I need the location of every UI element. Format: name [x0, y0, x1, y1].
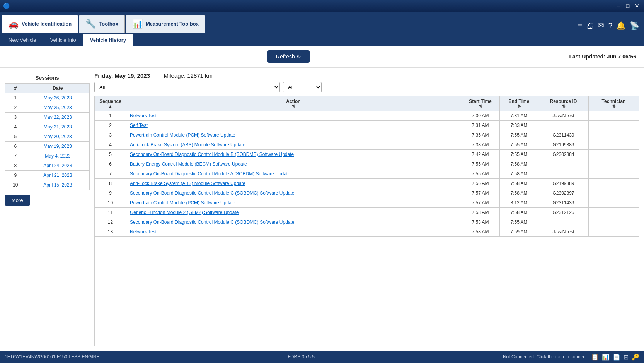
history-row: 2 Self Test 7:31 AM 7:33 AM [95, 121, 639, 130]
session-row[interactable]: 9April 21, 2023 [5, 171, 90, 180]
status-icon-3[interactable]: 📄 [613, 353, 620, 361]
history-table-container[interactable]: Sequence▲ Action⇅ Start Time⇅ End Time⇅ … [94, 96, 639, 346]
history-mileage: Mileage: 12871 km [164, 72, 213, 79]
history-start-time: 7:57 AM [461, 198, 500, 208]
title-bar-controls: ─ □ ✕ [615, 2, 641, 10]
session-row[interactable]: 10April 15, 2023 [5, 180, 90, 190]
session-date[interactable]: May 26, 2023 [26, 93, 89, 103]
session-date[interactable]: May 20, 2023 [26, 132, 89, 142]
history-start-time: 7:42 AM [461, 150, 500, 159]
history-technician [589, 159, 639, 169]
title-bar: 🔵 ─ □ ✕ [0, 0, 644, 12]
refresh-button[interactable]: Refresh ↻ [267, 50, 310, 63]
history-seq: 2 [95, 121, 126, 130]
history-row: 8 Anti-Lock Brake System (ABS) Module So… [95, 179, 639, 188]
history-row: 3 Powertrain Control Module (PCM) Softwa… [95, 130, 639, 140]
session-row[interactable]: 6May 19, 2023 [5, 142, 90, 151]
history-resource-id [538, 169, 589, 179]
session-num: 4 [5, 122, 26, 132]
session-row[interactable]: 8April 24, 2023 [5, 161, 90, 171]
tab-vehicle-identification[interactable]: 🚗 Vehicle Identification [2, 15, 78, 33]
more-button[interactable]: More [5, 195, 30, 206]
tab-measurement-toolbox[interactable]: 📊 Measurement Toolbox [126, 15, 205, 33]
history-end-time: 7:55 AM [500, 217, 538, 227]
menu-icon[interactable]: ≡ [578, 21, 582, 30]
help-icon[interactable]: ? [608, 21, 612, 30]
sub-tab-new-vehicle[interactable]: New Vehicle [2, 34, 43, 46]
session-num: 5 [5, 132, 26, 142]
app-tabs-left: 🚗 Vehicle Identification 🔧 Toolbox 📊 Mea… [2, 15, 205, 33]
session-row[interactable]: 4May 21, 2023 [5, 122, 90, 132]
session-num: 2 [5, 103, 26, 113]
close-button[interactable]: ✕ [633, 2, 641, 10]
history-separator: | [156, 73, 157, 79]
status-icon-5[interactable]: 🔑 [632, 353, 639, 361]
status-right: Not Connected: Click the icon to connect… [503, 353, 639, 361]
history-start-time: 7:55 AM [461, 169, 500, 179]
session-row[interactable]: 3May 22, 2023 [5, 113, 90, 122]
app-tabs-right: ≡ 🖨 ✉ ? 🔔 📡 [578, 21, 642, 33]
session-row[interactable]: 2May 25, 2023 [5, 103, 90, 113]
history-action[interactable]: Secondary On-Board Diagnostic Control Mo… [126, 188, 461, 198]
history-action[interactable]: Network Test [126, 227, 461, 237]
history-row: 9 Secondary On-Board Diagnostic Control … [95, 188, 639, 198]
history-technician [589, 111, 639, 121]
history-seq: 10 [95, 198, 126, 208]
sessions-col-date: Date [26, 84, 89, 93]
history-action[interactable]: Powertrain Control Module (PCM) Software… [126, 198, 461, 208]
history-start-time: 7:58 AM [461, 227, 500, 237]
sub-tab-vehicle-info[interactable]: Vehicle Info [43, 34, 83, 46]
main-content: Refresh ↻ Last Updated: Jun 7 06:56 Sess… [0, 46, 644, 351]
session-date[interactable]: April 21, 2023 [26, 171, 89, 180]
minimize-button[interactable]: ─ [615, 2, 622, 10]
history-action[interactable]: Anti-Lock Brake System (ABS) Module Soft… [126, 140, 461, 150]
status-icon-2[interactable]: 📊 [602, 353, 610, 361]
filter-row: All All [94, 82, 639, 92]
history-resource-id: G2311439 [538, 198, 589, 208]
session-num: 7 [5, 151, 26, 161]
session-date[interactable]: May 21, 2023 [26, 122, 89, 132]
status-filter[interactable]: All [283, 82, 322, 92]
history-action[interactable]: Secondary On-Board Diagnostic Control Mo… [126, 150, 461, 159]
bell-icon[interactable]: 🔔 [616, 21, 626, 30]
signal-icon[interactable]: 📡 [630, 21, 639, 30]
history-start-time: 7:58 AM [461, 208, 500, 217]
maximize-button[interactable]: □ [624, 2, 632, 10]
print-icon[interactable]: 🖨 [586, 21, 594, 30]
mail-icon[interactable]: ✉ [598, 21, 604, 30]
history-technician [589, 140, 639, 150]
history-action[interactable]: Battery Energy Control Module (BECM) Sof… [126, 159, 461, 169]
session-row[interactable]: 5May 20, 2023 [5, 132, 90, 142]
session-date[interactable]: May 25, 2023 [26, 103, 89, 113]
session-date[interactable]: April 24, 2023 [26, 161, 89, 171]
history-resource-id: G2312126 [538, 208, 589, 217]
action-filter[interactable]: All [94, 82, 280, 92]
history-action[interactable]: Network Test [126, 111, 461, 121]
measurement-icon: 📊 [132, 19, 143, 29]
session-num: 3 [5, 113, 26, 122]
history-resource-id: G2199389 [538, 140, 589, 150]
session-num: 8 [5, 161, 26, 171]
history-action[interactable]: Powertrain Control Module (PCM) Software… [126, 130, 461, 140]
history-action[interactable]: Generic Function Module 2 (GFM2) Softwar… [126, 208, 461, 217]
history-action[interactable]: Anti-Lock Brake System (ABS) Module Soft… [126, 179, 461, 188]
history-resource-id: G2311439 [538, 130, 589, 140]
session-row[interactable]: 1May 26, 2023 [5, 93, 90, 103]
status-icon-4[interactable]: ⊟ [624, 353, 629, 361]
history-action[interactable]: Secondary On-Board Diagnostic Control Mo… [126, 217, 461, 227]
tab-toolbox[interactable]: 🔧 Toolbox [79, 15, 125, 33]
vehicle-id-icon: 🚗 [8, 19, 19, 29]
history-seq: 11 [95, 208, 126, 217]
history-technician [589, 208, 639, 217]
session-date[interactable]: May 19, 2023 [26, 142, 89, 151]
session-row[interactable]: 7May 4, 2023 [5, 151, 90, 161]
status-icon-1[interactable]: 📋 [591, 353, 599, 361]
sub-tab-vehicle-history[interactable]: Vehicle History [83, 34, 133, 46]
session-date[interactable]: May 22, 2023 [26, 113, 89, 122]
session-date[interactable]: May 4, 2023 [26, 151, 89, 161]
history-row: 6 Battery Energy Control Module (BECM) S… [95, 159, 639, 169]
session-date[interactable]: April 15, 2023 [26, 180, 89, 190]
sessions-col-num: # [5, 84, 26, 93]
history-action[interactable]: Secondary On-Board Diagnostic Control Mo… [126, 169, 461, 179]
history-action[interactable]: Self Test [126, 121, 461, 130]
